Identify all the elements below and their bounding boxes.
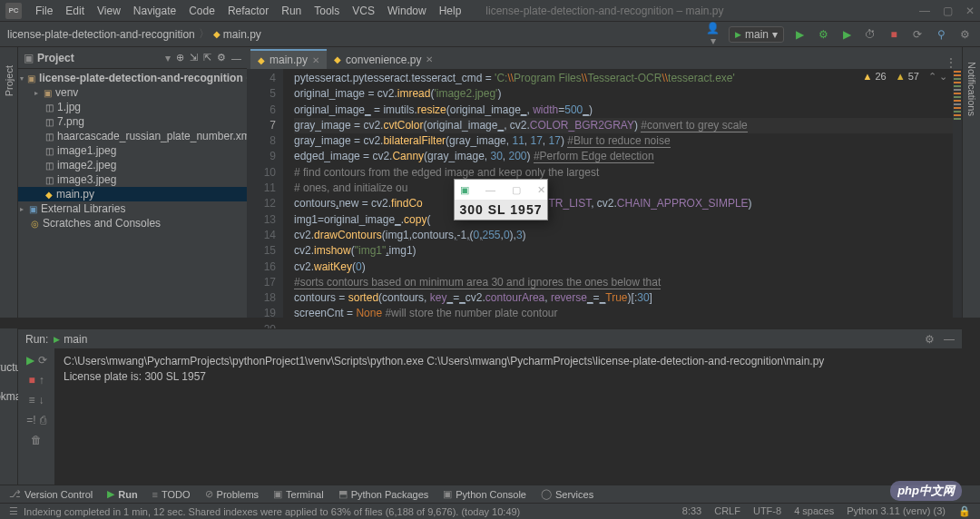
print-icon[interactable]: ⎙	[40, 414, 46, 426]
run-config-selector[interactable]: ▶ main ▾	[729, 26, 784, 43]
tree-file[interactable]: ◫1.jpg	[18, 100, 247, 114]
tab-main-py[interactable]: ◆ main.py ✕	[250, 49, 327, 69]
tree-file[interactable]: ◫haarcascade_russian_plate_number.xml	[18, 129, 247, 143]
layout-icon[interactable]: ≡	[28, 394, 34, 406]
line-separator[interactable]: CRLF	[714, 505, 740, 517]
project-tool-tab[interactable]: Project	[4, 65, 15, 96]
caret-position[interactable]: 8:33	[682, 505, 701, 517]
settings-gear-icon[interactable]: ⚙	[217, 52, 226, 64]
menu-navigate[interactable]: Navigate	[127, 5, 182, 17]
left-tool-strip-lower: Structure Bookmarks	[0, 328, 18, 503]
settings-icon[interactable]: ⚙	[956, 28, 973, 41]
tab-convenience-py[interactable]: ◆ convenience.py ✕	[327, 49, 440, 69]
indent-setting[interactable]: 4 spaces	[794, 505, 834, 517]
stop-button-icon[interactable]: ■	[886, 28, 902, 41]
run-config-name: main	[64, 333, 87, 346]
popup-close-icon[interactable]: ✕	[537, 184, 545, 196]
soft-wrap-icon[interactable]: =!	[26, 414, 35, 426]
up-icon[interactable]: ↑	[39, 374, 44, 387]
python-interpreter[interactable]: Python 3.11 (venv) (3)	[847, 505, 946, 517]
tabs-more-icon[interactable]: ⋮	[940, 56, 962, 69]
tab-terminal[interactable]: ▣Terminal	[273, 488, 324, 500]
tree-file[interactable]: ◫image2.jpeg	[18, 158, 247, 172]
window-close-icon[interactable]: ✕	[965, 5, 975, 17]
run-button-icon[interactable]: ▶	[791, 28, 808, 41]
user-icon[interactable]: 👤▾	[705, 22, 721, 47]
menu-edit[interactable]: Edit	[59, 5, 91, 17]
profile-button-icon[interactable]: ⏱	[862, 28, 878, 41]
tab-problems[interactable]: ⊘Problems	[205, 488, 259, 500]
window-maximize-icon[interactable]: ▢	[943, 5, 953, 17]
weak-warning-icon: ▲	[896, 71, 906, 82]
close-tab-icon[interactable]: ✕	[312, 55, 319, 65]
menu-help[interactable]: Help	[433, 5, 468, 17]
menu-tools[interactable]: Tools	[308, 5, 346, 17]
menu-run[interactable]: Run	[275, 5, 308, 17]
run-console[interactable]: C:\Users\mwang\PycharmProjects\pythonPro…	[54, 348, 962, 485]
breadcrumb-project[interactable]: license-plate-detection-and-recognition	[7, 28, 195, 41]
tab-services[interactable]: ◯Services	[541, 488, 593, 500]
popup-app-icon: ▣	[460, 184, 469, 196]
coverage-button-icon[interactable]: ▶	[838, 28, 855, 41]
tab-run[interactable]: ▶Run	[107, 488, 137, 500]
notifications-tool-tab[interactable]: Notifications	[966, 62, 977, 116]
tab-todo[interactable]: ≡TODO	[152, 489, 191, 500]
chevron-icon[interactable]: ⌃ ⌄	[928, 71, 947, 83]
hide-run-icon[interactable]: —	[944, 333, 955, 346]
rerun-icon[interactable]: ▶	[26, 354, 34, 367]
hide-tool-icon[interactable]: —	[231, 53, 241, 64]
close-tab-icon[interactable]: ✕	[426, 54, 433, 64]
window-minimize-icon[interactable]: —	[919, 5, 930, 17]
editor-tabs: ◆ main.py ✕ ◆ convenience.py ✕ ⋮	[247, 47, 962, 69]
project-header-label: Project	[37, 52, 74, 64]
tree-file[interactable]: ◫image3.jpeg	[18, 172, 247, 187]
search-everywhere-icon[interactable]: ⚲	[933, 28, 949, 41]
tab-python-console[interactable]: ▣Python Console	[443, 488, 526, 500]
tree-root-label: license-plate-detection-and-recognition	[39, 72, 243, 84]
select-opened-file-icon[interactable]: ⊕	[176, 52, 184, 64]
menu-refactor[interactable]: Refactor	[221, 5, 275, 17]
code-area[interactable]: pytesseract.pytesseract.tesseract_cmd = …	[283, 69, 962, 318]
popup-maximize-icon[interactable]: ▢	[512, 184, 521, 196]
tree-external-libs[interactable]: ▸▣External Libraries	[18, 201, 247, 216]
line-gutter: 4567891011121314151617181920	[247, 69, 283, 318]
image-preview-window[interactable]: ▣ — ▢ ✕ 300 SL 1957	[454, 179, 548, 220]
popup-minimize-icon[interactable]: —	[485, 184, 495, 195]
stop-icon[interactable]: ■	[28, 374, 34, 387]
tree-file[interactable]: ◫image1.jpeg	[18, 143, 247, 158]
breadcrumb-file[interactable]: main.py	[223, 28, 261, 41]
lock-icon[interactable]: 🔒	[958, 505, 971, 517]
breadcrumb-sep: 〉	[199, 26, 210, 42]
editor-warnings[interactable]: ▲ 26 ▲ 57 ⌃ ⌄	[863, 71, 947, 83]
tab-python-packages[interactable]: ⬒Python Packages	[338, 488, 429, 500]
run-config-icon: ▶	[735, 30, 741, 39]
tab-version-control[interactable]: ⎇Version Control	[9, 488, 93, 500]
menu-vcs[interactable]: VCS	[346, 5, 381, 17]
status-bar: ☰ Indexing completed in 1 min, 12 sec. S…	[0, 503, 980, 519]
code-editor[interactable]: 4567891011121314151617181920 pytesseract…	[247, 69, 962, 318]
down-icon[interactable]: ↓	[39, 394, 44, 406]
status-message: Indexing completed in 1 min, 12 sec. Sha…	[24, 506, 520, 517]
file-encoding[interactable]: UTF-8	[753, 505, 781, 517]
run-config-icon[interactable]: ⟳	[38, 354, 47, 367]
tree-venv[interactable]: ▸▣venv	[18, 85, 247, 100]
menu-file[interactable]: File	[29, 5, 59, 17]
run-settings-icon[interactable]: ⚙	[925, 333, 935, 346]
expand-all-icon[interactable]: ⇲	[190, 52, 198, 64]
project-tree[interactable]: ▾▣ license-plate-detection-and-recogniti…	[18, 69, 247, 318]
collapse-all-icon[interactable]: ⇱	[203, 52, 211, 64]
menu-window[interactable]: Window	[381, 5, 433, 17]
menu-view[interactable]: View	[91, 5, 127, 17]
error-stripe[interactable]	[953, 69, 962, 318]
python-file-icon: ◆	[334, 54, 341, 64]
tree-file-selected[interactable]: ◆main.py	[18, 187, 247, 201]
debug-button-icon[interactable]: ⚙	[815, 28, 831, 41]
tree-file[interactable]: ◫7.png	[18, 114, 247, 129]
tree-scratches[interactable]: ◎Scratches and Consoles	[18, 216, 247, 230]
trash-icon[interactable]: 🗑	[31, 434, 42, 446]
tree-root[interactable]: ▾▣ license-plate-detection-and-recogniti…	[18, 71, 247, 85]
menu-bar: PC File Edit View Navigate Code Refactor…	[0, 0, 980, 22]
menu-code[interactable]: Code	[182, 5, 221, 17]
git-update-icon[interactable]: ⟳	[909, 28, 926, 41]
project-dropdown-icon[interactable]: ▾	[165, 52, 171, 64]
